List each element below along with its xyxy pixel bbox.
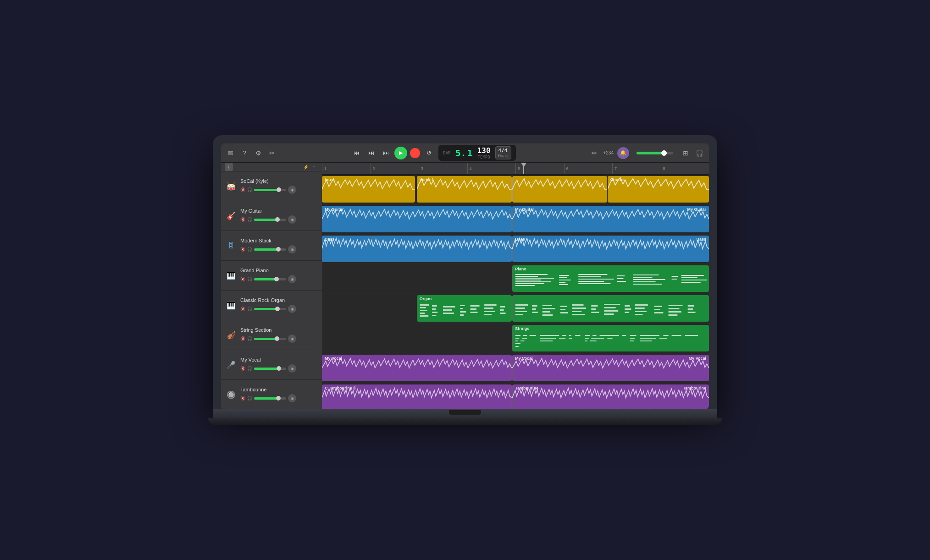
grid-icon[interactable]: ⊞ — [681, 148, 691, 158]
svg-rect-133 — [630, 340, 634, 341]
svg-rect-78 — [604, 304, 620, 305]
track-item-modern-stack: 🎛 Modern Stack 🔇 🎧 — [221, 231, 322, 261]
svg-rect-84 — [625, 312, 629, 313]
mute-icon[interactable]: 🔇 — [240, 187, 245, 192]
headphone-icon8[interactable]: 🎧 — [247, 396, 252, 401]
cycle-button[interactable]: ↺ — [423, 147, 435, 159]
master-volume-control[interactable] — [637, 152, 673, 154]
lane-grand-piano: Piano — [322, 264, 709, 294]
stack-volume[interactable] — [254, 248, 286, 251]
record-button[interactable] — [410, 148, 420, 158]
vocal-volume[interactable] — [254, 368, 286, 370]
clip-vocal-2[interactable]: My Vocal My Vocal — [512, 355, 709, 381]
smart-controls-icon[interactable]: ⚡ — [302, 163, 310, 171]
clip-vocal-1[interactable]: My Vocal — [322, 355, 512, 381]
mute-icon3[interactable]: 🔇 — [240, 247, 245, 252]
guitar-volume[interactable] — [254, 219, 286, 221]
organ-icon: 🎹 — [225, 299, 238, 312]
piano-icon: 🎹 — [225, 269, 238, 282]
socal-mute-button[interactable]: ◉ — [288, 186, 296, 194]
svg-rect-119 — [622, 335, 626, 336]
svg-rect-12 — [578, 274, 607, 275]
play-button[interactable]: ▶ — [394, 147, 407, 159]
scissors-icon[interactable]: ✂ — [267, 148, 277, 158]
svg-rect-95 — [669, 314, 678, 316]
clip-bass-1[interactable]: Bass — [322, 236, 512, 262]
headphone-icon2[interactable]: 🎧 — [247, 217, 252, 222]
headphone-icon5[interactable]: 🎧 — [247, 307, 252, 311]
mute-icon5[interactable]: 🔇 — [240, 307, 245, 311]
clip-verse1[interactable]: Verse 1 — [417, 176, 512, 203]
clip-tambourine-2[interactable]: Tambourine Tambourine — [512, 384, 709, 409]
svg-rect-118 — [600, 335, 619, 336]
tambourine-mute-button[interactable]: ◉ — [288, 394, 296, 402]
skip-back-button[interactable]: ⏭ — [380, 147, 392, 159]
headphone-icon4[interactable]: 🎧 — [247, 277, 252, 281]
clip-guitar-2[interactable]: My Guitar My Guitar — [512, 206, 709, 232]
clip-guitar-1[interactable]: My Guitar — [322, 206, 512, 232]
mute-icon7[interactable]: 🔇 — [240, 366, 245, 371]
sidebar-header: + ⚡ ≡ — [221, 163, 322, 171]
piano-volume[interactable] — [254, 278, 286, 280]
add-track-button[interactable]: + — [225, 163, 233, 171]
info-icon[interactable]: ? — [239, 148, 249, 158]
headphone-icon7[interactable]: 🎧 — [247, 366, 252, 371]
main-area: + ⚡ ≡ 🥁 SoCal (Kyle) 🔇 — [221, 163, 709, 409]
svg-rect-67 — [542, 314, 553, 316]
clip-bass-2[interactable]: Bass Bass — [512, 236, 709, 262]
clip-verse2[interactable] — [512, 176, 607, 203]
svg-rect-19 — [617, 281, 626, 282]
headphone-icon6[interactable]: 🎧 — [247, 336, 252, 341]
svg-rect-61 — [532, 305, 537, 307]
strings-mute-button[interactable]: ◉ — [288, 335, 296, 343]
svg-rect-1 — [515, 276, 538, 277]
clip-strings[interactable]: Strings — [512, 325, 709, 351]
guitar-mute-button[interactable]: ◉ — [288, 215, 296, 224]
mute-icon4[interactable]: 🔇 — [240, 277, 245, 281]
rewind-button[interactable]: ⏮ — [350, 147, 362, 159]
time-signature[interactable]: 4/4 Gmaj — [495, 146, 512, 159]
mute-icon8[interactable]: 🔇 — [240, 396, 245, 401]
mute-icon6[interactable]: 🔇 — [240, 336, 245, 341]
svg-rect-102 — [540, 335, 559, 336]
stack-mute-button[interactable]: ◉ — [288, 245, 296, 253]
headphone-icon[interactable]: 🎧 — [247, 187, 252, 192]
clip-organ-2[interactable] — [512, 295, 709, 322]
strings-volume[interactable] — [254, 338, 286, 340]
svg-rect-70 — [560, 312, 568, 313]
playhead-triangle — [521, 163, 526, 167]
svg-rect-130 — [630, 338, 635, 339]
clip-piano[interactable]: Piano — [512, 265, 709, 292]
socal-name: SoCal (Kyle) — [240, 178, 318, 184]
track-header-icon[interactable]: ≡ — [310, 163, 318, 171]
svg-rect-92 — [669, 305, 683, 306]
vocal-mute-button[interactable]: ◉ — [288, 364, 296, 373]
headphones-icon[interactable]: 🎧 — [694, 148, 704, 158]
fast-forward-button[interactable]: ⏭ — [365, 147, 377, 159]
clip-organ-1[interactable]: Organ — [417, 295, 512, 322]
svg-rect-98 — [688, 312, 696, 313]
settings-icon[interactable]: ⚙ — [253, 148, 263, 158]
pencil-icon[interactable]: ✏ — [589, 148, 599, 158]
organ-mute-button[interactable]: ◉ — [288, 305, 296, 313]
piano-mute-button[interactable]: ◉ — [288, 275, 296, 283]
inbox-icon[interactable]: ✉ — [226, 148, 236, 158]
playhead[interactable] — [523, 163, 524, 174]
headphone-icon3[interactable]: 🎧 — [247, 247, 252, 252]
sidebar: + ⚡ ≡ 🥁 SoCal (Kyle) 🔇 — [221, 163, 322, 409]
clip-intro[interactable]: Intro — [322, 176, 415, 203]
clip-chorus[interactable]: Chorus — [608, 176, 709, 203]
ruler-mark-1: 1 — [322, 163, 371, 174]
svg-rect-129 — [685, 335, 698, 336]
organ-volume[interactable] — [254, 308, 286, 310]
clip-tambourine-1[interactable]: C Tambourine © — [322, 384, 512, 409]
timeline-container: 1 2 3 4 5 6 7 8 — [322, 163, 709, 409]
socal-volume[interactable] — [254, 189, 286, 191]
notification-icon[interactable]: 🔔 — [617, 147, 629, 159]
tracks-scroll[interactable]: Intro Verse 1 — [322, 175, 709, 409]
svg-rect-110 — [569, 338, 572, 339]
mute-icon2[interactable]: 🔇 — [240, 217, 245, 222]
organ-name: Classic Rock Organ — [240, 297, 318, 303]
svg-rect-73 — [572, 311, 581, 312]
tambourine-volume[interactable] — [254, 397, 286, 400]
